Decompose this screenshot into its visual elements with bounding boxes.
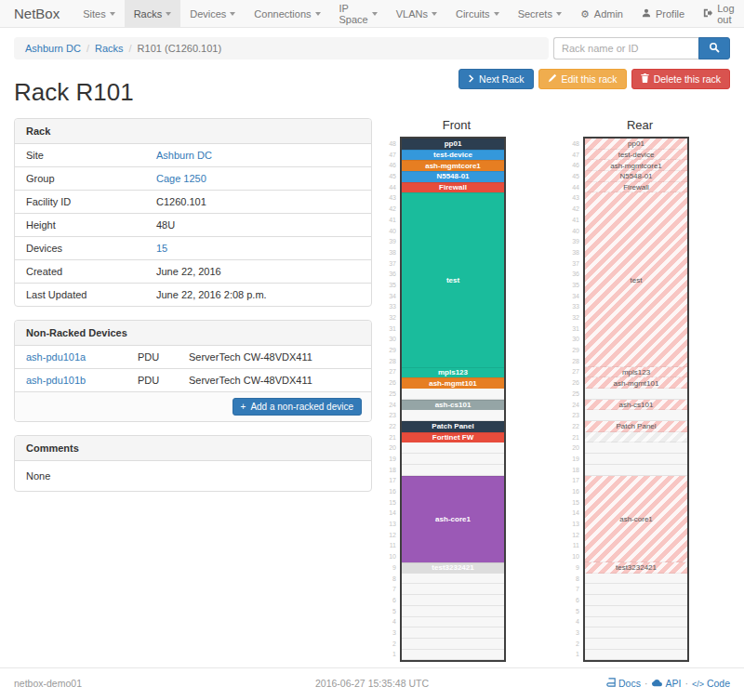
nav-item-label: Circuits [456,8,490,20]
rear-device-ash-cs101[interactable]: ash-cs101 [585,400,687,411]
rear-device-firewall[interactable]: Firewall [585,182,687,193]
nav-item-connections[interactable]: Connections [245,0,329,27]
nav-item-sites[interactable]: Sites [73,0,124,27]
add-nonracked-device-button[interactable]: + Add a non-racked device [232,398,362,416]
front-device-ash-cs101[interactable]: ash-cs101 [402,400,504,411]
rear-empty-u6 [585,595,687,606]
attr-value: Ashburn DC [145,144,371,167]
footer-link-label: Docs [618,678,641,689]
unit-number: 23 [566,410,583,421]
rear-device-ash-mgmt101[interactable]: ash-mgmt101 [585,377,687,389]
unit-number: 37 [566,258,583,270]
attr-value-link[interactable]: Ashburn DC [156,150,212,161]
unit-number: 12 [383,530,400,541]
unit-number: 16 [566,486,583,497]
nav-item-circuits[interactable]: Circuits [446,0,509,27]
front-device-n5548-01[interactable]: N5548-01 [402,171,504,182]
nav-item-profile[interactable]: Profile [632,0,694,27]
attr-value: C1260.101 [145,191,371,214]
rear-device-test[interactable]: test [585,192,687,366]
front-device-firewall[interactable]: Firewall [402,182,504,193]
rear-device-ash-mgmtcore1[interactable]: ash-mgmtcore1 [585,160,687,171]
footer-link-code[interactable]: </>Code [692,678,730,689]
breadcrumb-separator: / [124,43,138,54]
app-brand[interactable]: NetBox [0,0,73,27]
breadcrumb-link[interactable]: Ashburn DC [25,43,81,54]
unit-number: 11 [566,540,583,551]
nav-item-racks[interactable]: Racks [125,0,181,27]
unit-number: 6 [383,595,400,606]
device-label: ash-cs101 [435,401,472,409]
attr-value-link[interactable]: Cage 1250 [156,173,206,184]
nav-item-ip-space[interactable]: IP Space [330,0,387,27]
main-content: Rack SiteAshburn DCGroupCage 1250Facilit… [0,118,744,667]
device-name-link[interactable]: ash-pdu101b [26,375,86,386]
rear-device-ash-core1[interactable]: ash-core1 [585,476,687,563]
caret-down-icon [166,12,171,16]
caret-down-icon [556,12,562,16]
device-name-link[interactable]: ash-pdu101a [26,351,86,363]
nav-item-admin[interactable]: ⚙Admin [571,0,632,27]
front-device-ash-core1[interactable]: ash-core1 [402,476,504,563]
footer-link-separator: · [644,678,648,689]
front-device-ash-mgmt101[interactable]: ash-mgmt101 [402,377,504,389]
unit-number: 12 [566,530,583,541]
user-icon [642,8,651,20]
unit-number: 35 [383,280,400,291]
rear-device-mpls123[interactable]: mpls123 [585,367,687,378]
breadcrumb-link[interactable]: Racks [95,43,124,54]
rack-attr-row: Last UpdatedJune 22, 2016 2:08 p.m. [15,284,371,307]
unit-number: 19 [566,454,583,465]
rear-device-test3232421[interactable]: test3232421 [585,562,687,574]
caret-down-icon [372,12,378,16]
front-device-test3232421[interactable]: test3232421 [402,562,504,574]
rear-device-patch-panel[interactable]: Patch Panel [585,421,687,432]
unit-number: 8 [383,574,400,585]
cloud-icon [651,678,662,689]
device-label: N5548-01 [619,172,652,180]
front-device-test-device[interactable]: test-device [402,150,504,161]
rear-device-n5548-01[interactable]: N5548-01 [585,171,687,182]
front-empty-u6 [402,595,504,606]
front-device-ash-mgmtcore1[interactable]: ash-mgmtcore1 [402,160,504,171]
rack-attr-row: GroupCage 1250 [15,167,371,191]
delete-rack-button[interactable]: Delete this rack [631,69,730,89]
front-device-pp01[interactable]: pp01 [402,139,504,150]
nav-item-vlans[interactable]: VLANs [387,0,446,27]
footer-link-docs[interactable]: Docs [606,678,641,689]
nav-item-secrets[interactable]: Secrets [509,0,571,27]
unit-number: 22 [383,421,400,432]
front-device-test[interactable]: test [402,192,504,366]
search-button[interactable] [698,37,730,59]
front-empty-u25 [402,389,504,400]
rear-device-pp01[interactable]: pp01 [585,139,687,150]
rack-attr-row: CreatedJune 22, 2016 [15,260,371,284]
unit-number: 13 [383,519,400,530]
front-device-patch-panel[interactable]: Patch Panel [402,421,504,432]
nav-item-log-out[interactable]: Log out [694,0,744,27]
unit-number: 22 [566,421,583,432]
device-label: ash-mgmtcore1 [425,162,481,170]
edit-rack-button[interactable]: Edit this rack [538,69,627,89]
device-label: Fortinet FW [432,433,473,442]
attr-label: Site [15,144,145,167]
unit-number: 16 [383,486,400,497]
code-icon: </> [692,678,704,689]
unit-number: 44 [566,182,583,193]
unit-number: 34 [566,291,583,302]
nav-item-devices[interactable]: Devices [180,0,245,27]
front-device-mpls123[interactable]: mpls123 [402,367,504,378]
next-rack-button[interactable]: Next Rack [458,69,533,89]
front-device-fortinet-fw[interactable]: Fortinet FW [402,432,504,443]
footer-link-api[interactable]: API [651,678,681,689]
attr-value: June 22, 2016 2:08 p.m. [145,284,371,307]
caret-down-icon [230,12,235,16]
rear-empty-u25 [585,389,687,400]
attr-value-link[interactable]: 15 [156,243,167,254]
rear-empty-u18 [585,465,687,476]
rear-elevation: Rear 48474645444342414039383736353433323… [566,118,693,662]
device-label: ash-mgmt101 [429,379,477,388]
search-input[interactable] [553,37,698,59]
unit-number: 24 [566,400,583,411]
rear-device-test-device[interactable]: test-device [585,150,687,161]
